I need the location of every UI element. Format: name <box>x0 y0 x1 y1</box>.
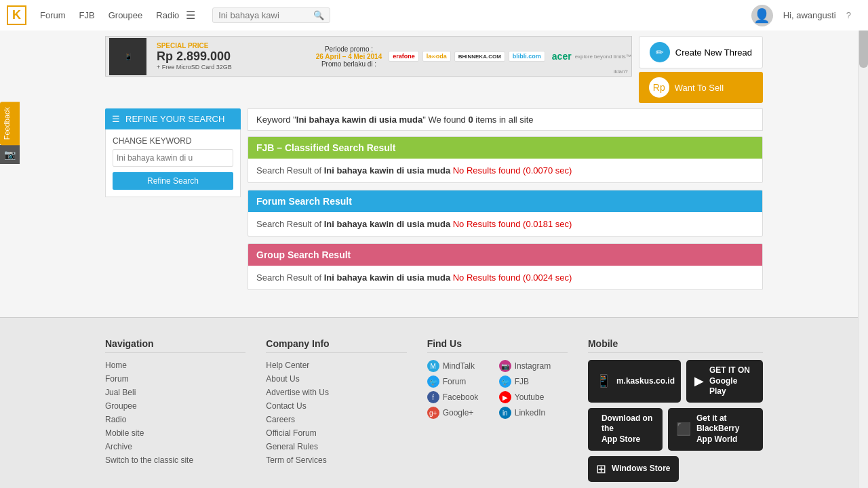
footer-official-forum[interactable]: Official Forum <box>266 428 316 438</box>
footer-advertise[interactable]: Advertise with Us <box>266 388 329 397</box>
footer-nav-jualbeli[interactable]: Jual Beli <box>105 388 136 397</box>
footer-nav-list: Home Forum Jual Beli Groupee Radio Mobil… <box>105 360 245 465</box>
search-icon[interactable]: 🔍 <box>313 10 324 20</box>
footer-general-rules[interactable]: General Rules <box>266 442 318 451</box>
linkedin-icon: in <box>499 407 511 419</box>
social-linkedin[interactable]: in LinkedIn <box>499 407 568 419</box>
keyword-result-bar: Keyword "Ini bahaya kawin di usia muda" … <box>248 108 763 131</box>
create-thread-label: Create New Thread <box>675 47 752 58</box>
footer-tos[interactable]: Term of Services <box>266 455 326 465</box>
scrollbar[interactable] <box>858 0 868 488</box>
feedback-widget[interactable]: Feedback <box>0 102 20 145</box>
social-youtube[interactable]: ▶ Youtube <box>499 391 568 403</box>
youtube-label: Youtube <box>515 392 545 402</box>
banner-period-label: Periode promo : <box>316 45 382 53</box>
footer-nav-radio[interactable]: Radio <box>105 415 126 424</box>
sidebar-menu-icon: ☰ <box>112 114 120 124</box>
create-thread-button[interactable]: ✏ Create New Thread <box>639 36 763 68</box>
social-fjb[interactable]: 🐦 FJB <box>499 375 568 388</box>
keyword-input[interactable] <box>113 149 233 167</box>
lazada-logo: la∞oda <box>422 51 451 62</box>
blackberry-sub: Get it at <box>696 413 755 424</box>
footer-nav-groupee[interactable]: Groupee <box>105 401 137 411</box>
social-instagram[interactable]: 📷 Instagram <box>499 360 568 372</box>
google-play-button[interactable]: ▶ GET IT ON Google Play <box>686 360 763 403</box>
fjb-keyword: Ini bahaya kawin di usia muda <box>324 165 450 176</box>
linkedin-label: LinkedIn <box>515 408 545 418</box>
nav-fjb[interactable]: FJB <box>79 10 95 20</box>
footer-nav-home[interactable]: Home <box>105 361 127 370</box>
footer-mobile: Mobile 📱 m.kaskus.co.id ▶ GET IT ON Goog… <box>588 338 763 482</box>
app-store-text: Download on the App Store <box>601 413 654 445</box>
want-to-sell-button[interactable]: Rp Want To Sell <box>639 72 763 103</box>
footer-about-us[interactable]: About Us <box>266 374 299 384</box>
footer-contact[interactable]: Contact Us <box>266 401 306 411</box>
social-facebook[interactable]: f Facebook <box>427 391 496 403</box>
mobile-row-2: Download on the App Store ⬛ Get it at Bl… <box>588 408 763 451</box>
scrollbar-thumb[interactable] <box>859 27 868 68</box>
forum-social-label: Forum <box>443 377 467 386</box>
instagram-icon: 📷 <box>499 360 511 372</box>
main-nav: Forum FJB Groupee Radio <box>40 10 179 20</box>
fjb-social-icon: 🐦 <box>499 375 511 388</box>
mobile-row-3: ⊞ Windows Store <box>588 456 763 482</box>
googleplus-label: Google+ <box>443 408 474 418</box>
mobile-site-button[interactable]: 📱 m.kaskus.co.id <box>588 360 681 403</box>
app-store-button[interactable]: Download on the App Store <box>588 408 663 451</box>
nav-radio[interactable]: Radio <box>156 10 179 20</box>
help-icon[interactable]: ? <box>846 10 851 20</box>
nav-forum[interactable]: Forum <box>40 10 66 20</box>
fjb-social-label: FJB <box>515 377 529 386</box>
social-googleplus[interactable]: g+ Google+ <box>427 407 496 419</box>
refine-search-button[interactable]: Refine Search <box>113 172 233 190</box>
banner-promo-label: Promo berlaku di : <box>316 60 382 68</box>
mobile-site-icon: 📱 <box>596 373 611 388</box>
sidebar: ☰ REFINE YOUR SEARCH CHANGE KEYWORD Refi… <box>105 108 241 297</box>
banner-period-dates: 26 April – 4 Mei 2014 <box>316 53 382 60</box>
blackberry-button[interactable]: ⬛ Get it at BlackBerry App World <box>668 408 763 451</box>
banner: 📱 SPECIAL PRICE Rp 2.899.000 + Free Micr… <box>105 36 632 77</box>
windows-store-icon: ⊞ <box>596 462 606 476</box>
nav-groupee[interactable]: Groupee <box>108 10 143 20</box>
hamburger-menu[interactable]: ☰ <box>186 9 195 22</box>
google-play-label: Google Play <box>709 376 755 397</box>
mobile-row-1: 📱 m.kaskus.co.id ▶ GET IT ON Google Play <box>588 360 763 403</box>
forum-social-icon: 🐦 <box>427 375 439 388</box>
footer: Navigation Home Forum Jual Beli Groupee … <box>0 317 868 488</box>
social-mindtalk[interactable]: M MindTalk <box>427 360 496 372</box>
footer-findus: Find Us M MindTalk 📷 Instagram 🐦 Forum 🐦… <box>427 338 568 482</box>
group-result-section: Group Search Result Search Result of Ini… <box>248 243 763 290</box>
forum-no-results: No Results found (0.0181 sec) <box>453 219 572 229</box>
footer-nav-mobile[interactable]: Mobile site <box>105 428 144 438</box>
group-result-header: Group Search Result <box>248 244 762 266</box>
sidebar-header[interactable]: ☰ REFINE YOUR SEARCH <box>105 108 241 129</box>
windows-store-button[interactable]: ⊞ Windows Store <box>588 456 679 482</box>
user-greeting: Hi, awangusti <box>783 10 836 20</box>
footer-navigation: Navigation Home Forum Jual Beli Groupee … <box>105 338 245 482</box>
app-store-label: App Store <box>601 434 654 445</box>
windows-store-label: Windows Store <box>612 464 671 474</box>
footer-company-title: Company Info <box>266 338 406 353</box>
mobile-site-text: m.kaskus.co.id <box>616 376 675 387</box>
footer-mobile-title: Mobile <box>588 338 763 353</box>
findus-grid: M MindTalk 📷 Instagram 🐦 Forum 🐦 FJB f <box>427 360 568 419</box>
search-input[interactable] <box>218 10 313 20</box>
keyword-result-text: Keyword "Ini bahaya kawin di usia muda" … <box>256 115 534 125</box>
mobile-buttons: 📱 m.kaskus.co.id ▶ GET IT ON Google Play <box>588 360 763 482</box>
footer-nav-classic[interactable]: Switch to the classic site <box>105 455 193 465</box>
social-forum[interactable]: 🐦 Forum <box>427 375 496 388</box>
footer-findus-title: Find Us <box>427 338 568 353</box>
blackberry-label: BlackBerry App World <box>696 424 755 445</box>
footer-help-center[interactable]: Help Center <box>266 361 309 370</box>
search-bar: 🔍 <box>212 7 330 23</box>
instagram-label: Instagram <box>515 361 551 371</box>
footer-nav-archive[interactable]: Archive <box>105 442 132 451</box>
banner-amount: Rp 2.899.000 <box>157 49 302 64</box>
footer-careers[interactable]: Careers <box>266 415 295 424</box>
forum-result-header: Forum Search Result <box>248 190 762 212</box>
camera-widget[interactable]: 📷 <box>0 145 20 164</box>
logo[interactable]: K <box>7 5 26 25</box>
youtube-icon: ▶ <box>499 391 511 403</box>
footer-company-list: Help Center About Us Advertise with Us C… <box>266 360 406 465</box>
footer-nav-forum[interactable]: Forum <box>105 374 129 384</box>
